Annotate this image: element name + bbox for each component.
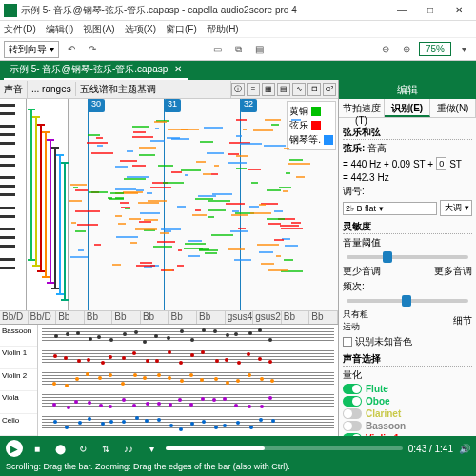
chord-cell[interactable]: Bb <box>141 311 169 324</box>
section-strings: 弦乐和弦 <box>343 126 472 140</box>
document-tabbar: 示例 5- 音乐@钢琴-弦乐-管乐.capasp ✕ <box>0 61 476 80</box>
grid3-icon[interactable]: ▤ <box>277 83 290 96</box>
bar-number[interactable]: 32 <box>240 99 257 112</box>
chord-cell[interactable]: Bb/D <box>29 311 57 324</box>
col-ranges[interactable]: ... ranges <box>28 82 76 96</box>
menu-help[interactable]: 帮助(H) <box>207 23 239 36</box>
voice-toggle[interactable]: Bassoon <box>343 421 472 431</box>
col-staff[interactable]: 五线谱和主题基调 <box>76 81 231 98</box>
redo-icon[interactable]: ↷ <box>84 41 101 58</box>
volume-button[interactable]: ▾ <box>143 440 160 457</box>
menu-file[interactable]: 文件(D) <box>4 23 36 36</box>
record-button[interactable]: ⬤ <box>51 440 69 457</box>
bars-icon[interactable]: ⊟ <box>307 83 321 96</box>
undo-icon[interactable]: ↶ <box>63 41 80 58</box>
menu-edit[interactable]: 编辑(I) <box>46 23 73 36</box>
spectrogram-editor[interactable]: 黄铜弦乐钢琴等. 303132 <box>0 99 338 310</box>
recognize-panel: 弦乐和弦 弦乐: 音高 = 440 Hz + 0.09 ST + 0 ST = … <box>339 118 476 436</box>
copy-icon[interactable]: ⧉ <box>230 41 248 58</box>
zoom-dropdown-icon[interactable]: ▾ <box>455 41 472 58</box>
menu-view[interactable]: 视图(A) <box>83 23 114 36</box>
panel-header: 编辑 <box>339 80 476 99</box>
maximize-button[interactable]: □ <box>417 1 444 20</box>
app-icon <box>4 4 17 17</box>
freq-slider[interactable] <box>347 299 468 303</box>
doc-icon[interactable]: ▤ <box>251 41 268 58</box>
key-select[interactable]: 2♭ B flat ▾ <box>343 202 437 215</box>
stop-button[interactable]: ■ <box>29 440 46 457</box>
progress-bar[interactable] <box>166 446 403 450</box>
c2-button[interactable]: C² <box>323 83 336 96</box>
document-tab[interactable]: 示例 5- 音乐@钢琴-弦乐-管乐.capasp ✕ <box>4 61 188 80</box>
instrument-label: Violin 2 <box>0 369 37 391</box>
voice-toggle[interactable]: Oboe <box>343 396 472 407</box>
close-button[interactable]: ✕ <box>446 1 472 20</box>
metronome-button[interactable]: ♪♪ <box>120 440 137 457</box>
section-voice: 声音选择 <box>343 352 472 367</box>
chord-cell[interactable]: Bb <box>85 311 113 324</box>
info-icon[interactable]: ⓘ <box>231 83 245 96</box>
time-display: 0:43 / 1:41 <box>408 444 453 454</box>
voice-toggle[interactable]: Flute <box>343 384 472 394</box>
tool1-button[interactable]: ⇅ <box>97 440 114 457</box>
instrument-label: Violin 1 <box>0 347 37 368</box>
panel-tabs: 节拍速度(T) 识别(E) 重做(N) <box>339 99 476 118</box>
zoom-in-icon[interactable]: ⊕ <box>398 41 415 58</box>
bar-number[interactable]: 30 <box>88 99 105 112</box>
wave-icon[interactable]: ∿ <box>292 83 306 96</box>
titlebar: 示例 5- 音乐@钢琴-弦乐-管乐.capasp - capella audio… <box>0 0 476 21</box>
zoom-level[interactable]: 75% <box>419 42 451 56</box>
chord-cell[interactable]: Bb <box>169 311 197 324</box>
tab-recognize[interactable]: 识别(E) <box>385 99 430 117</box>
st-spinner[interactable]: 0 <box>436 157 446 170</box>
menu-window[interactable]: 窗口(F) <box>166 23 197 36</box>
mode-select[interactable]: -大调 ▾ <box>440 200 473 216</box>
fine-label: 细节 <box>453 314 472 327</box>
nav-wizard-dropdown[interactable]: 转到向导 ▾ <box>4 41 59 58</box>
play-button[interactable]: ▶ <box>6 440 23 457</box>
speaker-icon[interactable]: 🔊 <box>459 444 470 454</box>
chord-cell[interactable]: Bb <box>112 311 141 324</box>
zoom-out-icon[interactable]: ⊖ <box>377 41 394 58</box>
status-bar: Scrolling: Drag the bar. Zooming: Drag t… <box>0 461 476 476</box>
chord-cell[interactable]: Bb <box>197 311 226 324</box>
chord-cell[interactable]: Bb <box>309 311 338 324</box>
range-column <box>27 99 69 310</box>
pitch-label: 弦乐: <box>343 142 365 155</box>
spectrogram-canvas[interactable]: 黄铜弦乐钢琴等. 303132 <box>69 99 338 310</box>
freq-row-1: = 440 Hz + 0.09 ST + 0 ST <box>343 157 472 170</box>
unknown-check[interactable]: 识别未知音色 <box>343 335 472 348</box>
bar-number[interactable]: 31 <box>164 99 181 112</box>
volume-label: 音量阈值 <box>343 236 472 249</box>
chord-cell[interactable]: Bb <box>56 311 85 324</box>
staves[interactable] <box>38 325 338 436</box>
chord-cell[interactable]: gsus2 <box>253 311 282 324</box>
chord-cell[interactable]: gsus4 <box>226 311 254 324</box>
tab-tempo[interactable]: 节拍速度(T) <box>339 99 385 117</box>
save-icon[interactable]: ▭ <box>209 41 227 58</box>
instrument-label: Cello <box>0 414 37 436</box>
chord-cell[interactable]: Bb/D <box>0 311 29 324</box>
loop-button[interactable]: ↻ <box>74 440 91 457</box>
volume-slider[interactable] <box>347 255 468 259</box>
coarse-label: 只有粗 运动 <box>343 308 368 333</box>
piano-keyboard[interactable] <box>0 99 27 310</box>
voice-toggle[interactable]: Clarinet <box>343 408 472 419</box>
tab-redo[interactable]: 重做(N) <box>430 99 476 117</box>
fewer-label: 更少音调 <box>343 265 381 278</box>
window-title: 示例 5- 音乐@钢琴-弦乐-管乐.capasp - capella audio… <box>21 4 388 17</box>
right-panel: 编辑 节拍速度(T) 识别(E) 重做(N) 弦乐和弦 弦乐: 音高 = 440… <box>338 80 476 436</box>
grid2-icon[interactable]: ▦ <box>262 83 275 96</box>
minimize-button[interactable]: — <box>388 1 415 20</box>
score-view[interactable]: BassoonViolin 1Violin 2ViolaCello <box>0 324 338 436</box>
menubar: 文件(D) 编辑(I) 视图(A) 选项(X) 窗口(F) 帮助(H) <box>0 21 476 38</box>
instrument-label: Viola <box>0 391 37 413</box>
col-voice[interactable]: 声音 <box>0 81 28 98</box>
freq-label: 频次: <box>343 280 472 293</box>
chord-cell[interactable]: Bb <box>282 311 310 324</box>
menu-options[interactable]: 选项(X) <box>125 23 156 36</box>
tab-close-icon[interactable]: ✕ <box>174 64 182 74</box>
section-sensitivity: 灵敏度 <box>343 220 472 234</box>
pitch-value: 音高 <box>367 142 387 155</box>
grid1-icon[interactable]: ≡ <box>247 83 260 96</box>
